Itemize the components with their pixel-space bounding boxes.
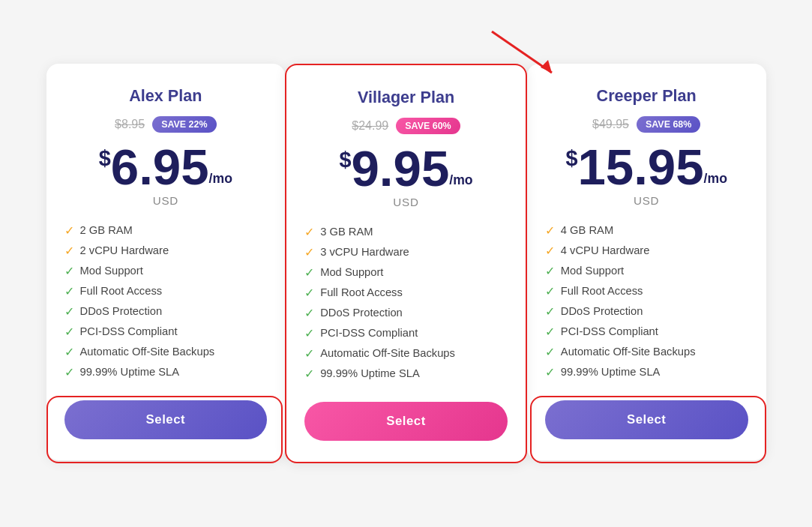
list-item: ✓Full Root Access xyxy=(64,281,268,301)
check-icon: ✓ xyxy=(304,265,314,280)
alex-original-price: $8.95 xyxy=(115,118,145,131)
check-icon: ✓ xyxy=(545,264,555,278)
feature-text: Full Root Access xyxy=(80,285,163,297)
feature-text: DDoS Protection xyxy=(80,305,163,317)
list-item: ✓Full Root Access xyxy=(545,281,748,301)
creeper-price-mo: /mo xyxy=(704,171,727,193)
list-item: ✓4 GB RAM xyxy=(545,220,748,241)
check-icon: ✓ xyxy=(304,225,314,239)
check-icon: ✓ xyxy=(64,264,74,278)
list-item: ✓99.99% Uptime SLA xyxy=(545,362,748,382)
list-item: ✓PCI-DSS Compliant xyxy=(64,322,268,342)
list-item: ✓Automatic Off-Site Backups xyxy=(304,343,508,364)
check-icon: ✓ xyxy=(64,365,74,379)
feature-text: Mod Support xyxy=(80,265,143,277)
villager-price-mo: /mo xyxy=(449,172,472,194)
villager-price-number: 9.95 xyxy=(351,143,449,193)
list-item: ✓DDoS Protection xyxy=(64,301,268,322)
check-icon: ✓ xyxy=(545,244,555,258)
feature-text: DDoS Protection xyxy=(561,305,643,317)
feature-text: Automatic Off-Site Backups xyxy=(561,346,696,358)
check-icon: ✓ xyxy=(545,304,555,319)
alex-save-badge: SAVE 22% xyxy=(152,116,216,133)
list-item: ✓99.99% Uptime SLA xyxy=(304,364,508,384)
check-icon: ✓ xyxy=(304,306,314,320)
check-icon: ✓ xyxy=(304,367,314,381)
list-item: ✓PCI-DSS Compliant xyxy=(304,323,508,343)
check-icon: ✓ xyxy=(304,286,314,300)
feature-text: 4 GB RAM xyxy=(561,224,613,236)
creeper-original-price: $49.95 xyxy=(592,118,629,131)
check-icon: ✓ xyxy=(545,284,555,298)
feature-text: Mod Support xyxy=(320,266,383,278)
alex-plan-card: Alex Plan $8.95 SAVE 22% $ 6.95 /mo USD … xyxy=(46,64,286,460)
creeper-save-badge: SAVE 68% xyxy=(637,116,700,133)
alex-price-dollar: $ xyxy=(99,142,111,169)
list-item: ✓2 GB RAM xyxy=(64,220,268,241)
feature-text: 2 vCPU Hardware xyxy=(80,244,169,256)
feature-text: DDoS Protection xyxy=(320,307,403,319)
feature-text: 99.99% Uptime SLA xyxy=(80,366,180,378)
check-icon: ✓ xyxy=(545,223,555,238)
creeper-plan-title: Creeper Plan xyxy=(597,86,697,106)
feature-text: 4 vCPU Hardware xyxy=(561,244,650,256)
feature-text: PCI-DSS Compliant xyxy=(320,327,418,339)
feature-text: 99.99% Uptime SLA xyxy=(320,367,420,379)
list-item: ✓Mod Support xyxy=(304,262,508,283)
alex-plan-title: Alex Plan xyxy=(129,86,202,106)
creeper-features-list: ✓4 GB RAM ✓4 vCPU Hardware ✓Mod Support … xyxy=(545,220,748,382)
alex-select-button[interactable]: Select xyxy=(64,400,268,439)
villager-plan-title: Villager Plan xyxy=(358,88,454,107)
list-item: ✓PCI-DSS Compliant xyxy=(545,322,748,342)
villager-select-button[interactable]: Select xyxy=(304,402,508,441)
alex-price-mo: /mo xyxy=(209,171,232,193)
feature-text: 2 GB RAM xyxy=(80,224,133,236)
list-item: ✓99.99% Uptime SLA xyxy=(64,362,268,382)
list-item: ✓DDoS Protection xyxy=(304,303,508,323)
alex-price-number: 6.95 xyxy=(111,142,209,192)
check-icon: ✓ xyxy=(545,345,555,359)
list-item: ✓Mod Support xyxy=(64,261,268,281)
pricing-cards-container: Alex Plan $8.95 SAVE 22% $ 6.95 /mo USD … xyxy=(46,64,766,463)
creeper-price-number: 15.95 xyxy=(577,142,703,192)
villager-price-dollar: $ xyxy=(339,143,351,171)
list-item: ✓2 vCPU Hardware xyxy=(64,241,268,261)
creeper-select-button[interactable]: Select xyxy=(545,400,748,439)
creeper-price-row: $49.95 SAVE 68% xyxy=(592,116,700,133)
villager-save-badge: SAVE 60% xyxy=(396,118,460,134)
list-item: ✓3 vCPU Hardware xyxy=(304,242,508,262)
list-item: ✓4 vCPU Hardware xyxy=(545,241,748,261)
check-icon: ✓ xyxy=(64,325,74,339)
villager-plan-card: Villager Plan $24.99 SAVE 60% $ 9.95 /mo… xyxy=(285,64,527,463)
list-item: ✓Full Root Access xyxy=(304,283,508,303)
feature-text: Mod Support xyxy=(561,265,624,277)
creeper-plan-card: Creeper Plan $49.95 SAVE 68% $ 15.95 /mo… xyxy=(527,64,766,460)
villager-price-row: $24.99 SAVE 60% xyxy=(352,118,460,134)
alex-price-usd: USD xyxy=(153,194,178,207)
creeper-price-usd: USD xyxy=(634,194,659,207)
check-icon: ✓ xyxy=(545,365,555,379)
check-icon: ✓ xyxy=(304,346,314,361)
list-item: ✓Automatic Off-Site Backups xyxy=(64,342,268,362)
feature-text: PCI-DSS Compliant xyxy=(80,325,178,337)
check-icon: ✓ xyxy=(64,345,74,359)
list-item: ✓3 GB RAM xyxy=(304,222,508,242)
villager-main-price: $ 9.95 /mo xyxy=(339,143,472,193)
check-icon: ✓ xyxy=(64,284,74,298)
creeper-price-dollar: $ xyxy=(565,142,577,169)
check-icon: ✓ xyxy=(545,325,555,339)
feature-text: Automatic Off-Site Backups xyxy=(80,346,215,358)
villager-original-price: $24.99 xyxy=(352,119,388,133)
alex-main-price: $ 6.95 /mo xyxy=(99,142,232,192)
alex-price-row: $8.95 SAVE 22% xyxy=(115,116,217,133)
check-icon: ✓ xyxy=(64,244,74,258)
feature-text: 3 GB RAM xyxy=(320,226,373,238)
feature-text: 3 vCPU Hardware xyxy=(320,246,409,258)
villager-price-usd: USD xyxy=(393,196,418,208)
feature-text: 99.99% Uptime SLA xyxy=(561,366,661,378)
feature-text: Full Root Access xyxy=(320,286,403,298)
list-item: ✓Automatic Off-Site Backups xyxy=(545,342,748,362)
check-icon: ✓ xyxy=(64,304,74,319)
list-item: ✓DDoS Protection xyxy=(545,301,748,322)
feature-text: Automatic Off-Site Backups xyxy=(320,347,455,359)
